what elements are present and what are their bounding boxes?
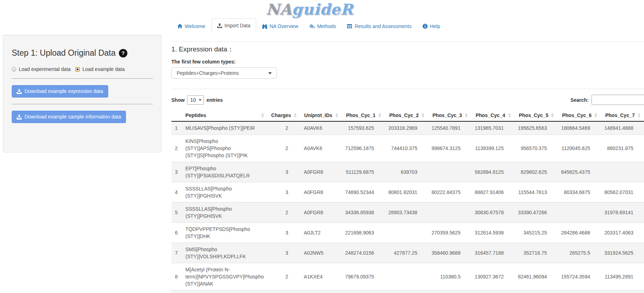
column-header-phos-cyc-1[interactable]: Phos_Cyc_1: [342, 110, 385, 121]
step1-title: Step 1: Upload Original Data ?: [12, 48, 153, 58]
cell-phos-cyc-4: 88827.91406: [471, 182, 514, 203]
naguider-app: NAguideR WelcomeImport DataNA OverviewMe…: [0, 0, 644, 293]
tab-results-and-assessments[interactable]: Results and Assessments: [342, 20, 416, 33]
cell-uniprot-ids: A0JNW5: [300, 243, 341, 263]
cell-charges: 3: [268, 223, 300, 243]
cell-phos-cyc-1: 157593.625: [342, 121, 385, 135]
cell-uniprot-ids: A0FGR8: [300, 182, 341, 203]
table-row: 7SMS[Phospho (STY)]VDLSHIPLKDPLLFK3A0JNW…: [171, 243, 644, 263]
cell-phos-cyc-5: 33390.47266: [514, 203, 558, 223]
tab-help[interactable]: Help: [418, 20, 445, 33]
column-header-phos-cyc-2[interactable]: Phos_Cyc_2: [385, 110, 428, 121]
cell-phos-cyc-6: 645625.4375: [557, 162, 601, 182]
cell-peptides: MLISAVS[Phospho (STY)]PEIR: [182, 121, 268, 135]
question-circle-icon[interactable]: ?: [119, 49, 127, 57]
cell-phos-cyc-3: [428, 203, 471, 223]
cell-uniprot-ids: A0FGR8: [300, 162, 341, 182]
column-header-phos-cyc-5[interactable]: Phos_Cyc_5: [514, 110, 558, 121]
cell-phos-cyc-6: 1120045.625: [557, 135, 601, 162]
cell-phos-cyc-3: [428, 162, 471, 182]
search-label: Search:: [571, 97, 589, 103]
cell-peptides: TQDPVPPETPSDS[Phospho (STY)]DHK: [182, 223, 268, 243]
cell-phos-cyc-2: 639703: [385, 162, 428, 182]
column-header-peptides[interactable]: Peptides: [182, 110, 268, 121]
tab-methods[interactable]: Methods: [304, 20, 341, 33]
cell-phos-cyc-2: [385, 223, 428, 243]
logo-na-part: NA: [266, 1, 292, 18]
binoculars-icon: [262, 24, 267, 29]
chevron-down-icon: [268, 72, 272, 74]
cell-peptides: SMS[Phospho (STY)]VDLSHIPLKDPLLFK: [182, 243, 268, 263]
cell-uniprot-ids: A0FGR8: [300, 203, 341, 223]
cell-charges: 2: [268, 121, 300, 135]
column-label: Phos_Cyc_7: [605, 112, 635, 118]
column-header-charges[interactable]: Charges: [268, 110, 300, 121]
column-label: Phos_Cyc_4: [475, 112, 505, 118]
radio-load-example-data[interactable]: Load example data: [75, 66, 125, 72]
column-header-phos-cyc-4[interactable]: Phos_Cyc_4: [471, 110, 514, 121]
cell-peptides: SSSSLLAS[Phospho (STY)]PGHISVK: [182, 182, 268, 203]
cell-phos-cyc-1: 221698.9063: [342, 223, 385, 243]
cell-phos-cyc-3: 80222.84375: [428, 182, 471, 203]
cell-phos-cyc-5: 345215.25: [514, 223, 558, 243]
cell-phos-cyc-4: 312614.5938: [471, 223, 514, 243]
sort-icon: [294, 113, 297, 117]
cell-phos-cyc-4: 131965.7031: [471, 121, 514, 135]
cell-peptides: KINS[Phospho (STY)]APS[Phospho (STY)]S[P…: [182, 135, 268, 162]
cell-phos-cyc-2: 744410.375: [385, 135, 428, 162]
cell-phos-cyc-3: 358460.9688: [428, 243, 471, 263]
column-header-phos-cyc-7[interactable]: Phos_Cyc_7: [601, 110, 644, 121]
column-header-phos-cyc-3[interactable]: Phos_Cyc_3: [428, 110, 471, 121]
app-logo: NAguideR: [266, 1, 353, 18]
tab-import-data[interactable]: Import Data: [211, 18, 256, 33]
page-length-select[interactable]: 10: [187, 95, 204, 105]
radio-load-experimental-data[interactable]: Load experimental data: [12, 66, 71, 72]
column-label: Phos_Cyc_6: [562, 112, 591, 118]
cell-phos-cyc-3: 110380.5: [428, 263, 471, 291]
table-row: 1MLISAVS[Phospho (STY)]PEIR2A0AVK6157593…: [171, 121, 644, 135]
table-row: 8M[Acetyl (Protein N-term)]NPVYSPGSSGVPY…: [171, 263, 644, 291]
home-icon: [177, 24, 182, 29]
row-number-cell: 7: [171, 243, 182, 263]
tab-label: Welcome: [185, 23, 205, 29]
download-example-expression-data-button[interactable]: Download example expression data: [12, 85, 108, 98]
sort-icon: [594, 113, 597, 117]
sort-icon: [508, 113, 511, 117]
radio-button-icon: [12, 67, 16, 72]
tab-label: Results and Assessments: [354, 23, 411, 29]
button-label: Download example sample information data: [24, 114, 121, 120]
cell-phos-cyc-5: 82461.96094: [514, 263, 558, 291]
cell-phos-cyc-1: 34336.85938: [342, 203, 385, 223]
column-label: Phos_Cyc_3: [433, 112, 462, 118]
search-input[interactable]: [591, 95, 644, 105]
data-source-radio-group: Load experimental dataLoad example data: [12, 66, 153, 72]
column-types-select[interactable]: Peptides+Charges+Proteins: [171, 67, 277, 79]
button-label: Download example expression data: [24, 88, 103, 94]
column-header-phos-cyc-6[interactable]: Phos_Cyc_6: [557, 110, 601, 121]
cell-phos-cyc-7: 203317.4063: [601, 223, 644, 243]
sidebar-divider: [12, 78, 153, 79]
radio-label: Load experimental data: [19, 66, 71, 72]
column-label: Uniprot_IDs: [304, 112, 332, 118]
cell-peptides: EPT[Phospho (STY)]PSIASDISLPIATQELR: [182, 162, 268, 182]
cell-phos-cyc-2: 80801.82031: [385, 182, 428, 203]
cell-phos-cyc-5: 829802.625: [514, 162, 558, 182]
table-row: 5SSSSLLAS[Phospho (STY)]PGHISVK2A0FGR834…: [171, 203, 644, 223]
cell-phos-cyc-6: 155724.3594: [557, 263, 601, 291]
cell-phos-cyc-7: 113495.2891: [601, 263, 644, 291]
download-example-sample-information-data-button[interactable]: Download example sample information data: [12, 111, 126, 123]
cell-phos-cyc-4: 30830.67578: [471, 203, 514, 223]
cell-phos-cyc-6: 80334.6875: [557, 182, 601, 203]
tab-na-overview[interactable]: NA Overview: [257, 20, 303, 33]
table-row-partial: [171, 291, 644, 293]
cell-phos-cyc-6: [557, 203, 601, 223]
sidebar-divider: [12, 104, 153, 104]
cell-phos-cyc-2: [385, 263, 428, 291]
cell-phos-cyc-5: 956570.375: [514, 135, 558, 162]
cell-phos-cyc-4: 316457.7188: [471, 243, 514, 263]
tab-label: Import Data: [225, 22, 251, 29]
cell-phos-cyc-1: 511129.6875: [342, 162, 385, 182]
tab-welcome[interactable]: Welcome: [172, 20, 210, 33]
column-header-uniprot-ids[interactable]: Uniprot_IDs: [300, 110, 341, 121]
cell-phos-cyc-6: 285275.5: [557, 243, 601, 263]
